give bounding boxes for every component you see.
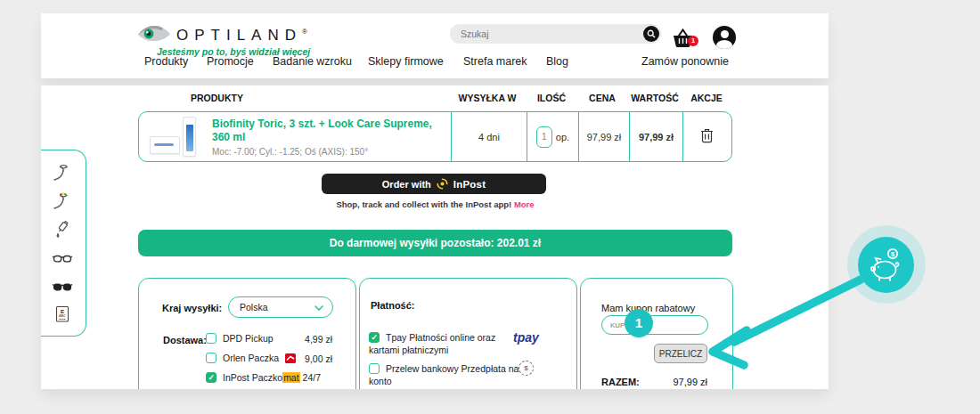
site-header: OPTILAND® Jesteśmy po to, byś widział wi…: [41, 13, 829, 78]
coupon-input[interactable]: [601, 315, 708, 335]
page: OPTILAND® Jesteśmy po to, byś widział wi…: [0, 0, 980, 414]
nav-item-produkty[interactable]: Produkty: [144, 55, 188, 68]
eye-chart-icon[interactable]: E ABC: [52, 304, 73, 325]
product-specs: Moc: -7.00; Cyl.: -1.25; Oś (AXIS): 150°: [212, 147, 451, 157]
color-contact-lens-icon[interactable]: [52, 190, 73, 211]
sunglasses-icon[interactable]: [52, 275, 73, 296]
payment-title: Płatność:: [371, 300, 415, 311]
search-icon: [647, 29, 656, 38]
delivery-price-orlen: 9,00 zł: [305, 353, 332, 364]
search-button[interactable]: [643, 26, 659, 42]
product-image[interactable]: [150, 117, 201, 158]
eye-logo-icon: [137, 23, 171, 45]
free-shipping-banner: Do darmowej wysyłki pozostało: 202.01 zł: [138, 230, 732, 256]
cart-count-badge: 1: [688, 36, 698, 46]
quantity-cell: op.: [527, 112, 578, 161]
cart-button[interactable]: 1: [671, 28, 698, 51]
delivery-option-orlen[interactable]: Orlen Paczka: [206, 353, 296, 363]
payment-option-tpay[interactable]: Tpay Płatności online oraz kartami płatn…: [369, 331, 527, 356]
payment-option-transfer[interactable]: Przelew bankowy Przedpłata na konto: [369, 362, 527, 387]
value-cell: 97,99 zł: [629, 112, 682, 161]
inpost-brand-text: InPost: [453, 179, 486, 190]
total-label: RAZEM:: [601, 377, 640, 387]
contact-lens-icon[interactable]: [52, 161, 73, 183]
delete-item-button[interactable]: [700, 127, 714, 146]
delivery-option-dpd[interactable]: DPD Pickup: [206, 333, 274, 344]
nav-item-sklepy-firmowe[interactable]: Sklepy firmowe: [368, 55, 444, 68]
brand-name: OPTILAND®: [176, 27, 307, 45]
nav-item-blog[interactable]: Blog: [546, 55, 568, 68]
nav-item-zamow-ponownie[interactable]: Zamów ponownie: [641, 55, 729, 68]
price-cell: 97,99 zł: [578, 112, 629, 161]
inpost-caption: Shop, track and collect with the InPost …: [138, 199, 732, 209]
nav-item-badanie-wzroku[interactable]: Badanie wzroku: [273, 55, 352, 68]
column-produkty: PRODUKTY: [191, 93, 243, 103]
svg-text:E: E: [61, 309, 64, 314]
eyeglasses-icon[interactable]: [52, 247, 73, 268]
chevron-down-icon: [314, 305, 323, 311]
quantity-unit: op.: [556, 132, 569, 142]
column-cena: CENA: [589, 93, 616, 103]
search-bar: [450, 24, 661, 44]
account-button[interactable]: [713, 26, 736, 49]
column-wartosc: WARTOŚĆ: [631, 93, 678, 103]
column-wysylka: WYSYŁKA W: [459, 93, 517, 103]
category-rail: E ABC: [41, 150, 86, 337]
delivery-label: Dostawa:: [163, 335, 207, 345]
shipping-box: Kraj wysyłki: Polska Dostawa: DPD Pickup…: [138, 278, 356, 389]
eye-drops-icon[interactable]: [52, 218, 73, 239]
delivery-option-inpost[interactable]: InPost Paczkomat 24/7: [206, 371, 323, 386]
highlighted-text: mat: [282, 372, 300, 383]
checkbox-checked-icon[interactable]: [369, 332, 380, 343]
svg-text:ABC: ABC: [59, 314, 66, 318]
delivery-price-dpd: 4,99 zł: [305, 334, 332, 345]
checkbox-unchecked-icon[interactable]: [369, 363, 380, 374]
shipping-time-cell: 4 dni: [451, 112, 527, 161]
coin-icon: $: [519, 361, 534, 376]
cart-item-row: Biofinity Toric, 3 szt. + Look Care Supr…: [138, 111, 732, 162]
country-value: Polska: [240, 302, 268, 313]
tpay-logo: tpay: [513, 330, 539, 345]
column-akcje: AKCJE: [690, 93, 723, 103]
svg-text:$: $: [890, 249, 894, 257]
orlen-logo-icon: [285, 353, 296, 363]
inpost-more-link[interactable]: More: [514, 199, 535, 209]
checkbox-unchecked-icon[interactable]: [206, 333, 216, 344]
annotation-arrow: [695, 267, 891, 383]
registered-mark: ®: [302, 28, 307, 36]
column-ilosc: ILOŚĆ: [537, 93, 566, 103]
product-cell: Biofinity Toric, 3 szt. + Look Care Supr…: [139, 112, 451, 161]
actions-cell: [682, 112, 731, 161]
nav-item-promocje[interactable]: Promocje: [207, 55, 254, 68]
product-title[interactable]: Biofinity Toric, 3 szt. + Look Care Supr…: [212, 118, 451, 144]
quantity-input[interactable]: [536, 126, 552, 148]
trash-icon: [700, 127, 714, 143]
country-label: Kraj wysyłki:: [162, 303, 222, 313]
checkbox-unchecked-icon[interactable]: [206, 353, 216, 363]
country-select[interactable]: Polska: [228, 296, 333, 318]
order-with-inpost-button[interactable]: Order with InPost: [322, 174, 546, 194]
payment-box: Płatność: Tpay Płatności online oraz kar…: [359, 278, 577, 389]
inpost-logo-icon: [437, 178, 448, 190]
checkbox-checked-icon[interactable]: [206, 372, 216, 383]
nav-item-strefa-marek[interactable]: Strefa marek: [463, 55, 527, 68]
search-input[interactable]: [461, 24, 630, 44]
step-annotation-badge: 1: [625, 309, 653, 337]
user-icon: [721, 30, 729, 38]
